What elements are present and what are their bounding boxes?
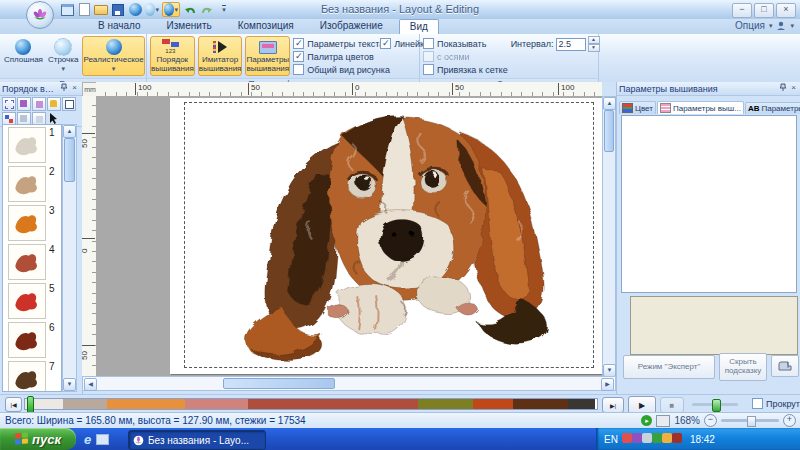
maximize-button[interactable]: □ (754, 3, 774, 18)
stitch-step-item[interactable]: 2 (3, 164, 61, 203)
ribbon-checkbox[interactable]: с осями (423, 50, 508, 63)
refresh-icon[interactable]: ▸ (641, 415, 652, 426)
sewing-machine-button[interactable] (771, 355, 799, 377)
user-icon[interactable] (776, 21, 786, 31)
select-all-icon[interactable] (2, 97, 16, 111)
task-button[interactable]: Без названия - Layo... (128, 430, 266, 450)
step-number: 2 (49, 166, 55, 177)
ruler-label: 50 (82, 345, 95, 355)
tab-sewing-attributes[interactable]: Параметры выш... (657, 101, 744, 114)
speed-slider[interactable] (692, 403, 738, 406)
frame-icon[interactable] (62, 97, 76, 111)
sewing-order-panel: Порядок вышив... × 1234567 (0, 82, 83, 394)
tray-icon[interactable] (652, 433, 662, 443)
clock[interactable]: 18:42 (690, 434, 715, 445)
speed-slider-thumb[interactable] (712, 399, 721, 412)
tab-color[interactable]: Цвет (619, 101, 656, 114)
tray-icon[interactable] (642, 433, 652, 443)
ribbon-checkbox[interactable]: Привязка к сетке (423, 63, 508, 76)
sewing-order-button[interactable]: 123 Порядок вышивания (150, 36, 195, 76)
tray-icon[interactable] (632, 433, 642, 443)
embroidery-design-basset-hound[interactable] (212, 102, 568, 366)
sewing-attributes-button[interactable]: Параметры вышивания (245, 36, 290, 76)
ribbon-group-grid: Показыватьс осямиПривязка к сетке Интерв… (420, 34, 599, 82)
stitch-simulator-button[interactable]: Имитатор вышивания (198, 36, 243, 76)
tab-view[interactable]: Вид (399, 19, 439, 34)
option-menu[interactable]: Опция (735, 20, 765, 31)
hoop-icon[interactable] (656, 415, 670, 427)
step-number: 6 (49, 322, 55, 333)
color-palette-icon (622, 103, 633, 113)
scroll-left-icon[interactable]: ◀ (84, 378, 97, 391)
zoom-slider-thumb[interactable] (747, 416, 756, 427)
scroll-right-icon[interactable]: ▶ (601, 378, 614, 391)
ribbon-checkbox[interactable]: Общий вид рисунка (293, 63, 377, 76)
tray-icon[interactable] (622, 433, 632, 443)
scrollbar-thumb[interactable] (604, 110, 614, 152)
canvas-vertical-scrollbar[interactable]: ▲ ▼ (602, 96, 616, 378)
scroll-checkbox[interactable]: Прокрутка (752, 397, 800, 410)
start-button[interactable]: пуск (0, 428, 76, 450)
tab-edit[interactable]: Изменить (157, 19, 222, 34)
solid-view-button[interactable]: Сплошная (3, 36, 44, 76)
thread-color-timeline[interactable] (24, 398, 598, 410)
expert-mode-button[interactable]: Режим "Эксперт" (623, 355, 715, 379)
stop-button: ■ (660, 397, 684, 413)
interval-down-icon[interactable]: ▼ (588, 44, 600, 52)
stitch-step-item[interactable]: 1 (3, 125, 61, 164)
ribbon-checkbox[interactable]: ✓Параметры текста (293, 37, 377, 50)
sewing-attributes-tab-icon (660, 103, 671, 113)
lock-icon[interactable] (47, 97, 61, 111)
pin-icon[interactable] (777, 83, 788, 94)
left-panel-title: Порядок вышив... (2, 84, 58, 94)
stitch-step-item[interactable]: 4 (3, 242, 61, 281)
user-dropdown-icon[interactable]: ▾ (790, 22, 794, 30)
ungroup-icon[interactable] (32, 97, 46, 111)
scrollbar-thumb[interactable] (223, 378, 335, 389)
group-icon[interactable] (17, 97, 31, 111)
tray-icon[interactable] (662, 433, 672, 443)
scroll-down-icon[interactable]: ▼ (63, 378, 76, 391)
step-thumbnail (8, 361, 46, 392)
language-indicator[interactable]: EN (604, 434, 618, 445)
right-panel-close-icon[interactable]: × (788, 83, 799, 94)
left-panel-scrollbar[interactable]: ▲ ▼ (62, 124, 77, 392)
thread-color-segment (107, 399, 185, 409)
application-menu-button[interactable] (26, 1, 54, 29)
stitch-step-item[interactable]: 6 (3, 320, 61, 359)
ie-icon[interactable]: e (84, 432, 91, 447)
design-canvas[interactable] (96, 96, 602, 376)
stitch-view-button[interactable]: Строчка ▾ (47, 36, 79, 76)
tab-home[interactable]: В начало (88, 19, 151, 34)
scroll-up-icon[interactable]: ▲ (603, 97, 616, 110)
close-button[interactable]: × (776, 3, 796, 18)
zoom-out-icon[interactable]: − (704, 414, 717, 427)
interval-input[interactable]: 2.5 (556, 38, 586, 51)
stitch-step-item[interactable]: 7 (3, 359, 61, 392)
minimize-button[interactable]: − (732, 3, 752, 18)
realistic-view-button[interactable]: Реалистическое ▾ (82, 36, 144, 76)
ribbon-checkbox[interactable]: Показывать (423, 37, 508, 50)
canvas-horizontal-scrollbar[interactable]: ◀ ▶ (82, 376, 616, 391)
interval-up-icon[interactable]: ▲ (588, 36, 600, 44)
next-frame-button[interactable]: ▶| (602, 397, 624, 413)
left-panel-close-icon[interactable]: × (69, 83, 80, 94)
tab-composition[interactable]: Композиция (228, 19, 304, 34)
stitch-simulator-bar: |◀ ▶| ▶ ■ Прокрутка (0, 394, 800, 413)
hide-hint-button[interactable]: Скрыть подсказку (719, 353, 767, 381)
attributes-content-area (621, 115, 797, 293)
tab-text-attributes[interactable]: AB Параметры текста (745, 102, 800, 114)
show-desktop-icon[interactable] (96, 434, 109, 445)
tab-image[interactable]: Изображение (310, 19, 393, 34)
zoom-slider[interactable] (721, 419, 779, 422)
scrollbar-thumb[interactable] (64, 138, 75, 182)
pin-icon[interactable] (58, 83, 69, 94)
zoom-in-icon[interactable]: + (783, 414, 796, 427)
go-to-start-button[interactable]: |◀ (5, 397, 22, 412)
option-dropdown-icon[interactable]: ▾ (769, 22, 773, 30)
stitch-step-item[interactable]: 5 (3, 281, 61, 320)
stitch-step-item[interactable]: 3 (3, 203, 61, 242)
scroll-up-icon[interactable]: ▲ (63, 125, 76, 138)
tray-icon[interactable] (672, 433, 682, 443)
ribbon-checkbox[interactable]: ✓Палитра цветов (293, 50, 377, 63)
